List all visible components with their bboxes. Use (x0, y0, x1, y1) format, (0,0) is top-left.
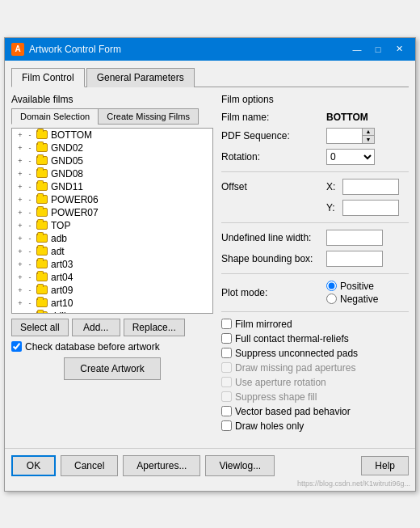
expand-icon: + (15, 260, 25, 269)
offset-y-row: Y: 0.00 (221, 200, 409, 216)
tab-film-control[interactable]: Film Control (11, 68, 85, 87)
list-item[interactable]: + - POWER07 (12, 206, 212, 219)
offset-label: Offset (221, 181, 326, 192)
content-area: Available films Domain Selection Create … (11, 94, 409, 435)
list-item[interactable]: + - GND08 (12, 167, 212, 180)
list-item[interactable]: + - art09 (12, 284, 212, 297)
sub-tab-domain-selection[interactable]: Domain Selection (11, 108, 98, 125)
option-checkbox (221, 391, 232, 402)
list-item[interactable]: + - art04 (12, 271, 212, 284)
option-row: Use aperture rotation (221, 377, 409, 388)
option-row: Full contact thermal-reliefs (221, 333, 409, 344)
film-name: POWER06 (51, 194, 99, 205)
cancel-button[interactable]: Cancel (61, 455, 118, 476)
help-button[interactable]: Help (361, 456, 409, 475)
pdf-sequence-up[interactable]: ▲ (363, 129, 374, 136)
expand-icon: + (15, 208, 25, 218)
option-checkbox[interactable] (221, 319, 232, 329)
pdf-sequence-label: PDF Sequence: (221, 130, 326, 142)
offset-x-label: X: (326, 181, 342, 192)
film-name: GND08 (51, 168, 83, 180)
shape-bounding-box-input[interactable]: 0.00 (326, 251, 383, 267)
ok-button[interactable]: OK (11, 455, 56, 476)
option-row: Draw holes only (221, 420, 409, 432)
radio-negative[interactable] (326, 294, 337, 304)
list-item[interactable]: + - POWER06 (12, 193, 212, 206)
expand-icon: + (15, 272, 25, 282)
radio-positive-label: Positive (340, 281, 374, 292)
maximize-button[interactable]: □ (368, 42, 388, 57)
minimize-button[interactable]: — (347, 42, 367, 57)
list-item[interactable]: + - GND05 (12, 154, 212, 167)
expand-icon: + (15, 156, 25, 166)
check-database-checkbox[interactable] (11, 341, 22, 352)
option-checkbox[interactable] (221, 406, 232, 416)
film-name: adt (51, 246, 65, 257)
option-label: Suppress unconnected pads (235, 348, 358, 359)
replace-button[interactable]: Replace... (124, 319, 185, 336)
folder-icon (36, 311, 48, 314)
list-item[interactable]: + - adt (12, 245, 212, 258)
option-label: Draw holes only (235, 420, 304, 432)
offset-y-input[interactable]: 0.00 (342, 200, 399, 216)
film-list[interactable]: + - BOTTOM + - GND02 + - GND05 + - GND08… (11, 128, 213, 314)
expand-icon: + (15, 247, 25, 256)
shape-bounding-box-label: Shape bounding box: (221, 253, 326, 264)
undefined-line-width-row: Undefined line width: 6.00 (221, 230, 409, 246)
list-buttons: Select all Add... Replace... (11, 319, 213, 336)
folder-icon (36, 208, 48, 217)
option-label: Use aperture rotation (235, 377, 326, 388)
folder-icon (36, 195, 48, 204)
create-artwork-button[interactable]: Create Artwork (64, 357, 161, 380)
undefined-line-width-input[interactable]: 6.00 (326, 230, 383, 246)
list-item[interactable]: + - GND02 (12, 142, 212, 154)
shape-bounding-box-row: Shape bounding box: 0.00 (221, 251, 409, 267)
list-item[interactable]: + - TOP (12, 219, 212, 232)
sub-tab-create-missing[interactable]: Create Missing Films (98, 108, 199, 125)
expand-icon-2: - (25, 298, 35, 308)
close-button[interactable]: ✕ (389, 42, 409, 57)
main-window: A Artwork Control Form — □ ✕ Film Contro… (4, 37, 416, 492)
list-item[interactable]: + - BOTTOM (12, 129, 212, 142)
list-item[interactable]: + - drill (12, 310, 212, 314)
offset-x-input[interactable]: 0.00 (342, 179, 399, 195)
bottom-bar: OK Cancel Apertures... Viewlog... Help (5, 448, 415, 479)
option-checkbox[interactable] (221, 348, 232, 358)
radio-negative-label: Negative (340, 294, 378, 305)
option-checkbox[interactable] (221, 333, 232, 344)
option-row: Suppress shape fill (221, 391, 409, 403)
list-item[interactable]: + - art03 (12, 258, 212, 271)
window-body: Film Control General Parameters Availabl… (5, 61, 415, 441)
expand-icon-2: - (25, 169, 35, 179)
sub-tabs: Domain Selection Create Missing Films (11, 108, 213, 125)
divider-4 (221, 311, 409, 312)
plot-mode-row: Plot mode: Positive Negative (221, 281, 409, 305)
list-item[interactable]: + - GND11 (12, 180, 212, 193)
film-name: GND05 (51, 155, 83, 167)
film-name: art09 (51, 285, 73, 296)
rotation-select[interactable]: 0 90 180 270 (326, 149, 375, 165)
option-checkbox (221, 377, 232, 387)
tab-general-parameters[interactable]: General Parameters (86, 68, 195, 87)
divider-1 (221, 171, 409, 172)
option-row: Film mirrored (221, 319, 409, 330)
pdf-sequence-input[interactable]: 12 (326, 128, 363, 144)
check-database-row: Check database before artwork (11, 341, 213, 353)
film-name: TOP (51, 220, 70, 231)
add-button[interactable]: Add... (72, 319, 120, 336)
pdf-sequence-spinner: 12 ▲ ▼ (326, 128, 375, 144)
radio-positive[interactable] (326, 281, 337, 291)
apertures-button[interactable]: Apertures... (123, 455, 200, 476)
folder-icon (36, 285, 48, 294)
list-item[interactable]: + - adb (12, 232, 212, 245)
option-checkbox[interactable] (221, 420, 232, 431)
list-item[interactable]: + - art10 (12, 297, 212, 310)
select-all-button[interactable]: Select all (11, 319, 69, 336)
option-row: Vector based pad behavior (221, 406, 409, 417)
viewlog-button[interactable]: Viewlog... (205, 455, 275, 476)
folder-icon (36, 298, 48, 307)
pdf-sequence-down[interactable]: ▼ (363, 136, 374, 143)
option-row: Draw missing pad apertures (221, 362, 409, 374)
option-checkbox (221, 362, 232, 373)
folder-icon (36, 156, 48, 165)
